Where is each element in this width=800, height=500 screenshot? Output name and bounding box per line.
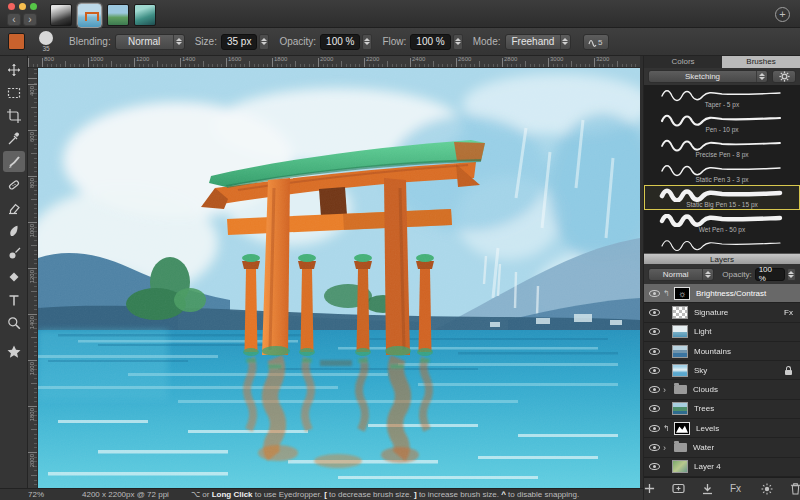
adjustment-sun-thumbnail[interactable]: ☼ (674, 287, 690, 300)
brush-row-precise[interactable]: Precise Pen - 8 px (644, 135, 800, 160)
layer-effects-icon[interactable]: Fx (730, 483, 744, 494)
layer-row-mountains[interactable]: Mountains (644, 342, 800, 361)
document-tab-waterfall-photo[interactable] (134, 4, 156, 26)
favorites-star[interactable] (3, 341, 25, 362)
svg-text:Fx: Fx (730, 483, 741, 494)
layer-row-water[interactable]: ›Water (644, 438, 800, 457)
ruler-label: 1800 (29, 408, 35, 421)
layer-name: Layer 4 (694, 462, 721, 471)
layer-visibility-eye-icon[interactable] (649, 386, 660, 393)
brush-row-taper[interactable]: Taper - 5 px (644, 85, 800, 110)
flood-fill[interactable] (3, 266, 25, 287)
layer-visibility-eye-icon[interactable] (649, 290, 660, 297)
close-window-button[interactable] (8, 3, 15, 10)
brush-row-pen[interactable]: Pen - 10 px (644, 110, 800, 135)
layer-effects-badge[interactable]: Fx (784, 308, 793, 317)
canvas-viewport[interactable] (38, 68, 640, 488)
layer-visibility-eye-icon[interactable] (649, 309, 660, 316)
size-stepper[interactable] (259, 34, 269, 50)
expand-chevron-icon[interactable]: › (663, 385, 670, 395)
layer-row-light[interactable]: Light (644, 323, 800, 342)
layer-visibility-eye-icon[interactable] (649, 405, 660, 412)
layer-opacity-field[interactable]: 100 % (755, 268, 785, 281)
marquee-select[interactable] (3, 82, 25, 103)
add-group-icon[interactable] (672, 483, 685, 494)
stabiliser-button[interactable]: 5 (583, 34, 609, 50)
move-tool-icon (6, 62, 22, 78)
color-picker[interactable] (3, 128, 25, 149)
layer-thumbnail[interactable] (672, 460, 688, 473)
layer-blend-dropdown[interactable]: Normal (648, 268, 714, 281)
back-button[interactable]: ‹ (7, 13, 21, 26)
zoom-level[interactable]: 72% (28, 490, 44, 499)
active-color-swatch[interactable] (8, 33, 25, 50)
chevron-updown-icon (756, 71, 767, 82)
add-layer-icon[interactable] (644, 483, 655, 494)
layer-name: Levels (696, 424, 719, 433)
layer-thumbnail[interactable] (672, 325, 688, 338)
eraser[interactable] (3, 197, 25, 218)
document-tab-landscape-photo[interactable] (107, 4, 129, 26)
brush-row-wet[interactable]: Wet Pen - 50 px (644, 210, 800, 235)
size-field[interactable]: 35 px (221, 34, 257, 50)
healing-brush[interactable] (3, 174, 25, 195)
zoom-window-button[interactable] (30, 3, 37, 10)
adjustment-histogram-thumbnail[interactable] (674, 422, 690, 435)
document-dimensions: 4200 x 2200px @ 72 ppi (82, 490, 169, 499)
brush-category-dropdown[interactable]: Sketching (648, 70, 768, 83)
new-document-button[interactable]: + (775, 7, 790, 22)
move-tool[interactable] (3, 59, 25, 80)
add-mask-icon[interactable] (702, 483, 713, 495)
smudge-brush[interactable] (3, 220, 25, 241)
blending-dropdown[interactable]: Normal (115, 34, 185, 50)
layer-row-signature[interactable]: SignatureFx (644, 303, 800, 322)
text-tool[interactable] (3, 289, 25, 310)
mode-dropdown[interactable]: Freehand (505, 34, 571, 50)
layer-opacity-stepper[interactable] (787, 268, 796, 281)
opacity-field[interactable]: 100 % (320, 34, 360, 50)
stabiliser-icon: 5 (587, 36, 605, 47)
paint-brush[interactable] (3, 151, 25, 172)
layer-thumbnail[interactable] (672, 306, 688, 319)
document-tab-torii-photo[interactable] (77, 3, 102, 28)
zoom-tool[interactable] (3, 312, 25, 333)
brush-row[interactable] (644, 235, 800, 253)
layer-row-layer-4[interactable]: Layer 4 (644, 458, 800, 477)
ruler-label: 3000 (550, 56, 563, 62)
minimize-window-button[interactable] (19, 3, 26, 10)
tab-brushes[interactable]: Brushes (722, 56, 800, 68)
brush-label: Precise Pen - 8 px (645, 152, 799, 159)
layer-thumbnail[interactable] (672, 402, 688, 415)
layer-visibility-eye-icon[interactable] (649, 328, 660, 335)
crop[interactable] (3, 105, 25, 126)
brush-row-static[interactable]: Static Big Pen 15 - 15 px (644, 185, 800, 210)
layer-thumbnail[interactable] (672, 364, 688, 377)
layer-thumbnail[interactable] (672, 345, 688, 358)
brush-settings-button[interactable] (772, 70, 796, 83)
layer-row-clouds[interactable]: ›Clouds (644, 380, 800, 399)
delete-layer-icon[interactable] (790, 482, 800, 495)
layer-row-sky[interactable]: Sky (644, 361, 800, 380)
brush-context-toolbar: 35 Blending: Normal Size: 35 px Opacity:… (0, 28, 800, 56)
healing-brush-icon (6, 177, 22, 193)
layer-visibility-eye-icon[interactable] (649, 444, 660, 451)
layer-row-brightness-contrast[interactable]: ↰☼Brightness/Contrast (644, 284, 800, 303)
brush-stroke-preview (656, 87, 788, 102)
adjustment-icon[interactable] (761, 483, 773, 495)
tab-colors[interactable]: Colors (644, 56, 722, 68)
layer-row-levels[interactable]: ↰Levels (644, 419, 800, 438)
forward-button[interactable]: › (23, 13, 37, 26)
layer-visibility-eye-icon[interactable] (649, 425, 660, 432)
layer-visibility-eye-icon[interactable] (649, 463, 660, 470)
layer-visibility-eye-icon[interactable] (649, 367, 660, 374)
expand-chevron-icon[interactable]: › (663, 443, 670, 453)
chevron-updown-icon (173, 35, 184, 49)
document-tab-monochrome-photo[interactable] (50, 4, 72, 26)
opacity-stepper[interactable] (362, 34, 372, 50)
flow-stepper[interactable] (453, 34, 463, 50)
layer-row-trees[interactable]: Trees (644, 400, 800, 419)
brush-row-static[interactable]: Static Pen 3 - 3 px (644, 160, 800, 185)
flow-field[interactable]: 100 % (410, 34, 450, 50)
layer-visibility-eye-icon[interactable] (649, 348, 660, 355)
pixel-brush[interactable] (3, 243, 25, 264)
